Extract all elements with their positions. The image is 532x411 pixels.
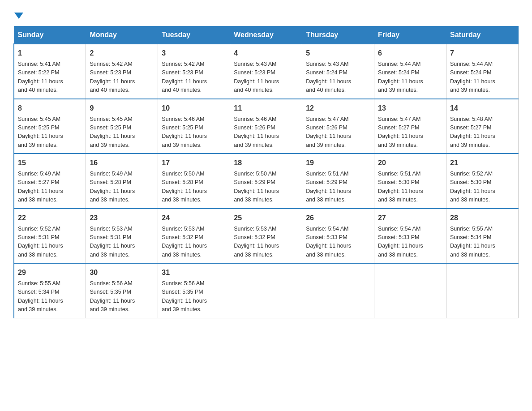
day-number: 26: [306, 213, 370, 223]
calendar-cell: 16Sunrise: 5:49 AMSunset: 5:28 PMDayligh…: [86, 154, 158, 209]
calendar-cell: 27Sunrise: 5:54 AMSunset: 5:33 PMDayligh…: [374, 209, 446, 264]
day-of-week-header: Sunday: [14, 26, 86, 44]
calendar-cell: [374, 263, 446, 318]
calendar-cell: [302, 263, 374, 318]
day-number: 17: [162, 158, 226, 168]
day-info: Sunrise: 5:51 AMSunset: 5:29 PMDaylight:…: [306, 170, 370, 205]
day-number: 29: [18, 267, 82, 278]
day-number: 1: [18, 48, 82, 59]
calendar-cell: [230, 263, 302, 318]
day-of-week-header: Saturday: [446, 26, 519, 44]
calendar-cell: 4Sunrise: 5:43 AMSunset: 5:23 PMDaylight…: [230, 44, 302, 99]
day-number: 5: [306, 48, 370, 59]
calendar-cell: 20Sunrise: 5:51 AMSunset: 5:30 PMDayligh…: [374, 154, 446, 209]
day-number: 25: [234, 213, 298, 223]
day-info: Sunrise: 5:54 AMSunset: 5:33 PMDaylight:…: [306, 225, 370, 260]
day-info: Sunrise: 5:42 AMSunset: 5:23 PMDaylight:…: [90, 60, 154, 95]
calendar-cell: 29Sunrise: 5:55 AMSunset: 5:34 PMDayligh…: [14, 263, 86, 318]
day-of-week-header: Thursday: [302, 26, 374, 44]
day-number: 20: [378, 158, 442, 168]
day-number: 14: [450, 103, 515, 114]
day-number: 21: [450, 158, 515, 168]
calendar-cell: 28Sunrise: 5:55 AMSunset: 5:34 PMDayligh…: [446, 209, 519, 264]
day-number: 6: [378, 48, 442, 59]
logo: [13, 9, 23, 21]
logo-general-row: [13, 9, 23, 21]
day-number: 24: [162, 213, 226, 223]
day-number: 10: [162, 103, 226, 114]
calendar-cell: 19Sunrise: 5:51 AMSunset: 5:29 PMDayligh…: [302, 154, 374, 209]
calendar-cell: 21Sunrise: 5:52 AMSunset: 5:30 PMDayligh…: [446, 154, 519, 209]
day-number: 16: [90, 158, 154, 168]
day-number: 19: [306, 158, 370, 168]
calendar-cell: 9Sunrise: 5:45 AMSunset: 5:25 PMDaylight…: [86, 99, 158, 154]
calendar-week-row: 15Sunrise: 5:49 AMSunset: 5:27 PMDayligh…: [14, 154, 519, 209]
calendar-cell: 23Sunrise: 5:53 AMSunset: 5:31 PMDayligh…: [86, 209, 158, 264]
calendar-cell: 18Sunrise: 5:50 AMSunset: 5:29 PMDayligh…: [230, 154, 302, 209]
logo-triangle-icon: [14, 13, 23, 19]
day-info: Sunrise: 5:42 AMSunset: 5:23 PMDaylight:…: [162, 60, 226, 95]
calendar-cell: 14Sunrise: 5:48 AMSunset: 5:27 PMDayligh…: [446, 99, 519, 154]
day-info: Sunrise: 5:43 AMSunset: 5:24 PMDaylight:…: [306, 60, 370, 95]
calendar-cell: 22Sunrise: 5:52 AMSunset: 5:31 PMDayligh…: [14, 209, 86, 264]
day-info: Sunrise: 5:49 AMSunset: 5:27 PMDaylight:…: [18, 170, 82, 205]
day-number: 8: [18, 103, 82, 114]
calendar-cell: 2Sunrise: 5:42 AMSunset: 5:23 PMDaylight…: [86, 44, 158, 99]
day-number: 23: [90, 213, 154, 223]
page-header: [13, 9, 519, 21]
calendar-cell: 13Sunrise: 5:47 AMSunset: 5:27 PMDayligh…: [374, 99, 446, 154]
day-info: Sunrise: 5:53 AMSunset: 5:31 PMDaylight:…: [90, 225, 154, 260]
day-number: 2: [90, 48, 154, 59]
day-info: Sunrise: 5:51 AMSunset: 5:30 PMDaylight:…: [378, 170, 442, 205]
day-info: Sunrise: 5:49 AMSunset: 5:28 PMDaylight:…: [90, 170, 154, 205]
calendar-cell: 6Sunrise: 5:44 AMSunset: 5:24 PMDaylight…: [374, 44, 446, 99]
calendar-week-row: 22Sunrise: 5:52 AMSunset: 5:31 PMDayligh…: [14, 209, 519, 264]
day-of-week-header: Wednesday: [230, 26, 302, 44]
day-number: 9: [90, 103, 154, 114]
day-number: 31: [162, 267, 226, 278]
day-info: Sunrise: 5:47 AMSunset: 5:26 PMDaylight:…: [306, 115, 370, 150]
day-info: Sunrise: 5:41 AMSunset: 5:22 PMDaylight:…: [18, 60, 82, 95]
day-info: Sunrise: 5:50 AMSunset: 5:28 PMDaylight:…: [162, 170, 226, 205]
calendar-cell: 30Sunrise: 5:56 AMSunset: 5:35 PMDayligh…: [86, 263, 158, 318]
day-number: 4: [234, 48, 298, 59]
day-info: Sunrise: 5:48 AMSunset: 5:27 PMDaylight:…: [450, 115, 515, 150]
calendar-cell: 24Sunrise: 5:53 AMSunset: 5:32 PMDayligh…: [158, 209, 230, 264]
day-info: Sunrise: 5:55 AMSunset: 5:34 PMDaylight:…: [450, 225, 515, 260]
day-number: 12: [306, 103, 370, 114]
day-info: Sunrise: 5:47 AMSunset: 5:27 PMDaylight:…: [378, 115, 442, 150]
day-info: Sunrise: 5:52 AMSunset: 5:31 PMDaylight:…: [18, 225, 82, 260]
day-number: 15: [18, 158, 82, 168]
calendar-week-row: 1Sunrise: 5:41 AMSunset: 5:22 PMDaylight…: [14, 44, 519, 99]
day-info: Sunrise: 5:46 AMSunset: 5:26 PMDaylight:…: [234, 115, 298, 150]
day-number: 30: [90, 267, 154, 278]
day-info: Sunrise: 5:43 AMSunset: 5:23 PMDaylight:…: [234, 60, 298, 95]
day-number: 22: [18, 213, 82, 223]
calendar-week-row: 8Sunrise: 5:45 AMSunset: 5:25 PMDaylight…: [14, 99, 519, 154]
day-info: Sunrise: 5:54 AMSunset: 5:33 PMDaylight:…: [378, 225, 442, 260]
day-number: 3: [162, 48, 226, 59]
day-info: Sunrise: 5:45 AMSunset: 5:25 PMDaylight:…: [90, 115, 154, 150]
calendar-cell: 5Sunrise: 5:43 AMSunset: 5:24 PMDaylight…: [302, 44, 374, 99]
calendar-cell: 11Sunrise: 5:46 AMSunset: 5:26 PMDayligh…: [230, 99, 302, 154]
day-number: 7: [450, 48, 515, 59]
day-info: Sunrise: 5:56 AMSunset: 5:35 PMDaylight:…: [162, 279, 226, 314]
day-info: Sunrise: 5:44 AMSunset: 5:24 PMDaylight:…: [378, 60, 442, 95]
day-number: 11: [234, 103, 298, 114]
day-of-week-header: Tuesday: [158, 26, 230, 44]
day-info: Sunrise: 5:52 AMSunset: 5:30 PMDaylight:…: [450, 170, 515, 205]
calendar-cell: 15Sunrise: 5:49 AMSunset: 5:27 PMDayligh…: [14, 154, 86, 209]
day-info: Sunrise: 5:53 AMSunset: 5:32 PMDaylight:…: [234, 225, 298, 260]
calendar-cell: 3Sunrise: 5:42 AMSunset: 5:23 PMDaylight…: [158, 44, 230, 99]
calendar-cell: 10Sunrise: 5:46 AMSunset: 5:25 PMDayligh…: [158, 99, 230, 154]
day-info: Sunrise: 5:56 AMSunset: 5:35 PMDaylight:…: [90, 279, 154, 314]
day-info: Sunrise: 5:55 AMSunset: 5:34 PMDaylight:…: [18, 279, 82, 314]
day-of-week-header: Monday: [86, 26, 158, 44]
calendar-header-row: SundayMondayTuesdayWednesdayThursdayFrid…: [14, 26, 519, 44]
day-info: Sunrise: 5:45 AMSunset: 5:25 PMDaylight:…: [18, 115, 82, 150]
calendar-cell: 12Sunrise: 5:47 AMSunset: 5:26 PMDayligh…: [302, 99, 374, 154]
day-number: 28: [450, 213, 515, 223]
calendar-cell: 1Sunrise: 5:41 AMSunset: 5:22 PMDaylight…: [14, 44, 86, 99]
day-of-week-header: Friday: [374, 26, 446, 44]
day-number: 27: [378, 213, 442, 223]
